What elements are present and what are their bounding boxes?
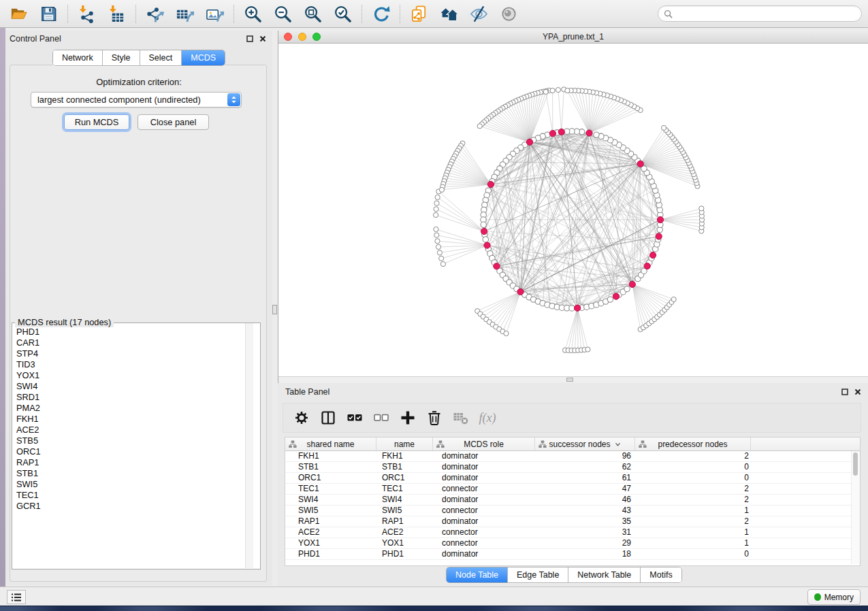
close-window-icon[interactable] bbox=[284, 33, 292, 41]
delete-row-button[interactable] bbox=[426, 410, 443, 426]
zoom-in-button[interactable] bbox=[244, 5, 262, 23]
optimization-criterion-select[interactable]: largest connected component (undirected) bbox=[31, 92, 242, 108]
minimize-window-icon[interactable] bbox=[298, 33, 306, 41]
table-row[interactable]: SWI5SWI5connector431 bbox=[285, 506, 860, 516]
column-header-MCDS-role[interactable]: MCDS role bbox=[433, 437, 535, 450]
table-row[interactable]: PHD1PHD1dominator180 bbox=[285, 549, 860, 560]
export-table-button[interactable] bbox=[176, 5, 194, 23]
close-panel-button[interactable]: Close panel bbox=[138, 114, 209, 130]
table-row[interactable]: TEC1TEC1connector472 bbox=[285, 484, 860, 495]
zoom-out-button[interactable] bbox=[274, 5, 292, 23]
scrollbar-thumb[interactable] bbox=[853, 452, 858, 476]
cell-successor-nodes: 61 bbox=[535, 473, 635, 483]
main-toolbar bbox=[0, 0, 868, 28]
show-column-button[interactable] bbox=[320, 410, 336, 426]
horizontal-splitter[interactable] bbox=[278, 376, 868, 382]
close-panel-icon[interactable] bbox=[853, 388, 862, 397]
cell-predecessor-nodes: 2 bbox=[635, 451, 751, 461]
column-header-shared-name[interactable]: shared name bbox=[285, 437, 376, 450]
float-panel-icon[interactable] bbox=[245, 35, 254, 44]
table-row[interactable]: ORC1ORC1dominator610 bbox=[285, 473, 860, 484]
mcds-result-item[interactable]: SRD1 bbox=[16, 392, 247, 403]
float-panel-icon[interactable] bbox=[840, 388, 849, 397]
network-graph[interactable] bbox=[278, 44, 868, 376]
mcds-result-scrollbar[interactable] bbox=[245, 323, 253, 568]
export-table-icon bbox=[176, 5, 194, 23]
network-overview-button[interactable] bbox=[440, 5, 458, 23]
cell-MCDS-role: connector bbox=[433, 527, 535, 538]
column-label: MCDS role bbox=[464, 440, 504, 449]
search-field[interactable] bbox=[658, 5, 862, 22]
select-all-button[interactable] bbox=[347, 410, 363, 426]
tab-edge-table[interactable]: Edge Table bbox=[507, 567, 568, 582]
network-window-titlebar[interactable]: YPA_prune.txt_1 bbox=[278, 31, 868, 44]
hide-graphics-details-button[interactable] bbox=[470, 5, 488, 23]
refresh-button[interactable] bbox=[372, 5, 390, 23]
zoom-selected-button[interactable] bbox=[334, 5, 352, 23]
import-table-button[interactable] bbox=[108, 5, 126, 23]
save-session-button[interactable] bbox=[39, 5, 58, 23]
tab-motifs[interactable]: Motifs bbox=[640, 567, 681, 582]
mcds-result-item[interactable]: ACE2 bbox=[16, 425, 247, 435]
delete-table-button[interactable] bbox=[453, 410, 469, 426]
tab-mcds[interactable]: MCDS bbox=[181, 50, 225, 65]
export-image-button[interactable] bbox=[206, 5, 224, 23]
refresh-icon bbox=[372, 5, 390, 23]
show-graphics-details-button[interactable] bbox=[500, 5, 518, 23]
add-row-button[interactable] bbox=[400, 410, 416, 426]
table-row[interactable]: ACE2ACE2connector311 bbox=[285, 527, 860, 538]
cell-predecessor-nodes: 2 bbox=[635, 516, 751, 527]
maximize-window-icon[interactable] bbox=[312, 33, 321, 41]
mcds-result-item[interactable]: ORC1 bbox=[16, 446, 247, 457]
open-file-button[interactable] bbox=[10, 5, 28, 23]
table-row[interactable]: STB1STB1dominator620 bbox=[285, 462, 860, 473]
column-header-predecessor-nodes[interactable]: predecessor nodes bbox=[635, 437, 751, 450]
mcds-result-item[interactable]: CAR1 bbox=[16, 337, 247, 348]
deselect-all-button[interactable] bbox=[373, 410, 389, 426]
tab-select[interactable]: Select bbox=[140, 50, 182, 65]
import-network-button[interactable] bbox=[78, 5, 96, 23]
cell-name: SWI5 bbox=[376, 506, 433, 516]
mcds-result-item[interactable]: PMA2 bbox=[16, 403, 247, 414]
table-row[interactable]: SWI4SWI4dominator462 bbox=[285, 495, 860, 506]
mcds-result-item[interactable]: PHD1 bbox=[16, 327, 247, 337]
mcds-result-title: MCDS result (17 nodes) bbox=[15, 317, 114, 327]
function-builder-button[interactable]: f(x) bbox=[479, 410, 496, 426]
cell-predecessor-nodes: 0 bbox=[635, 473, 751, 483]
search-input[interactable] bbox=[676, 8, 856, 19]
network-canvas[interactable] bbox=[278, 44, 868, 376]
memory-button[interactable]: Memory bbox=[807, 589, 861, 605]
cell-predecessor-nodes: 2 bbox=[635, 484, 751, 494]
mcds-result-list[interactable]: PHD1CAR1STP4TID3YOX1SWI4SRD1PMA2FKH1ACE2… bbox=[13, 325, 247, 567]
table-options-button[interactable] bbox=[293, 410, 310, 426]
mcds-result-item[interactable]: SWI4 bbox=[16, 381, 247, 392]
duplicate-network-button[interactable] bbox=[410, 5, 428, 23]
mcds-result-item[interactable]: STP4 bbox=[16, 348, 247, 359]
tab-network-table[interactable]: Network Table bbox=[568, 567, 640, 582]
splitter-grip[interactable] bbox=[272, 305, 277, 314]
column-header-successor-nodes[interactable]: successor nodes bbox=[535, 437, 635, 450]
panel-menu-button[interactable] bbox=[7, 590, 26, 604]
table-row[interactable]: RAP1RAP1dominator352 bbox=[285, 516, 860, 527]
tab-style[interactable]: Style bbox=[102, 50, 140, 65]
tab-network[interactable]: Network bbox=[53, 50, 102, 65]
table-row[interactable]: YOX1YOX1connector291 bbox=[285, 538, 860, 549]
export-network-button[interactable] bbox=[146, 5, 164, 23]
table-row[interactable]: FKH1FKH1dominator962 bbox=[285, 451, 860, 462]
mcds-result-item[interactable]: TEC1 bbox=[16, 490, 247, 501]
mcds-result-item[interactable]: GCR1 bbox=[16, 501, 247, 512]
tab-node-table[interactable]: Node Table bbox=[447, 567, 507, 582]
mcds-result-item[interactable]: TID3 bbox=[16, 359, 247, 370]
column-header-name[interactable]: name bbox=[376, 437, 433, 450]
mcds-result-item[interactable]: RAP1 bbox=[16, 457, 247, 468]
zoom-fit-button[interactable] bbox=[304, 5, 322, 23]
mcds-result-item[interactable]: SWI5 bbox=[16, 479, 247, 490]
mcds-result-item[interactable]: YOX1 bbox=[16, 370, 247, 381]
mcds-result-item[interactable]: STB1 bbox=[16, 468, 247, 479]
run-mcds-button[interactable]: Run MCDS bbox=[64, 114, 129, 130]
table-scrollbar[interactable] bbox=[851, 451, 860, 564]
close-panel-icon[interactable] bbox=[258, 35, 267, 44]
mcds-result-item[interactable]: FKH1 bbox=[16, 414, 247, 425]
splitter-grip[interactable] bbox=[566, 378, 573, 382]
mcds-result-item[interactable]: STB5 bbox=[16, 435, 247, 446]
